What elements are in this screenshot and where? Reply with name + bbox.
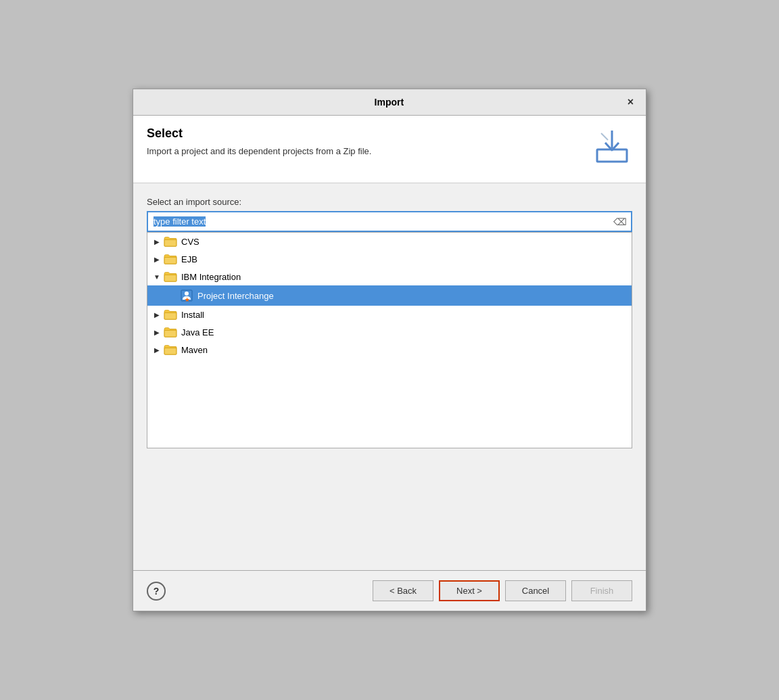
- close-button[interactable]: ×: [623, 95, 638, 110]
- header-subtitle: Import a project and its dependent proje…: [147, 146, 578, 156]
- clear-icon: ⌫: [613, 216, 627, 227]
- tree-arrow-ejb: [153, 255, 161, 263]
- header-title: Select: [147, 126, 578, 141]
- footer-left: ?: [147, 582, 166, 601]
- tree-container[interactable]: CVS EJB IBM Integration ★ Project Interc…: [147, 232, 632, 448]
- help-button[interactable]: ?: [147, 582, 166, 601]
- spacer: [133, 448, 646, 570]
- tree-arrow-java-ee: [153, 328, 161, 336]
- tree-item-java-ee[interactable]: Java EE: [147, 323, 632, 341]
- pi-icon-project-interchange: ★: [180, 289, 193, 302]
- folder-icon-ejb: [164, 254, 177, 264]
- finish-button[interactable]: Finish: [571, 580, 632, 601]
- footer-right: < Back Next > Cancel Finish: [373, 580, 632, 601]
- filter-clear-button[interactable]: ⌫: [609, 214, 631, 230]
- filter-input-wrap: ⌫: [147, 211, 632, 232]
- folder-icon-maven: [164, 344, 177, 355]
- footer: ? < Back Next > Cancel Finish: [133, 571, 646, 611]
- title-bar: Import ×: [133, 89, 646, 116]
- filter-input[interactable]: [148, 212, 609, 231]
- import-dialog: Import × Select Import a project and its…: [133, 89, 646, 611]
- header-section: Select Import a project and its dependen…: [133, 116, 646, 183]
- tree-label-ejb: EJB: [181, 254, 197, 264]
- tree-arrow-maven: [153, 346, 161, 354]
- tree-label-install: Install: [181, 310, 204, 320]
- tree-item-ibm-integration[interactable]: IBM Integration: [147, 268, 632, 285]
- tree-arrow-install: [153, 310, 161, 319]
- next-button[interactable]: Next >: [439, 580, 500, 601]
- import-icon-svg: [593, 128, 631, 166]
- svg-rect-0: [597, 149, 627, 162]
- svg-text:★: ★: [185, 297, 190, 302]
- header-text: Select Import a project and its dependen…: [147, 126, 578, 156]
- tree-item-install[interactable]: Install: [147, 306, 632, 323]
- tree-label-cvs: CVS: [181, 237, 199, 247]
- folder-icon-cvs: [164, 236, 177, 247]
- tree-arrow-ibm-integration: [153, 273, 161, 281]
- tree-label-ibm-integration: IBM Integration: [181, 272, 241, 282]
- dialog-title: Import: [155, 97, 623, 108]
- back-button[interactable]: < Back: [373, 580, 433, 601]
- tree-item-maven[interactable]: Maven: [147, 341, 632, 358]
- tree-item-project-interchange[interactable]: ★ Project Interchange: [147, 285, 632, 306]
- cancel-button[interactable]: Cancel: [505, 580, 566, 601]
- tree-label-java-ee: Java EE: [181, 327, 214, 337]
- content-section: Select an import source: ⌫ CVS EJB IBM I…: [133, 183, 646, 448]
- tree-arrow-cvs: [153, 237, 161, 246]
- filter-label: Select an import source:: [147, 197, 632, 207]
- folder-icon-java-ee: [164, 327, 177, 337]
- tree-label-maven: Maven: [181, 345, 208, 355]
- tree-item-ejb[interactable]: EJB: [147, 250, 632, 268]
- tree-item-cvs[interactable]: CVS: [147, 233, 632, 250]
- folder-icon-install: [164, 309, 177, 320]
- tree-label-project-interchange: Project Interchange: [197, 291, 274, 301]
- svg-point-4: [185, 291, 189, 296]
- import-icon: [592, 126, 632, 167]
- folder-icon-ibm-integration: [164, 271, 177, 282]
- svg-line-2: [601, 133, 608, 140]
